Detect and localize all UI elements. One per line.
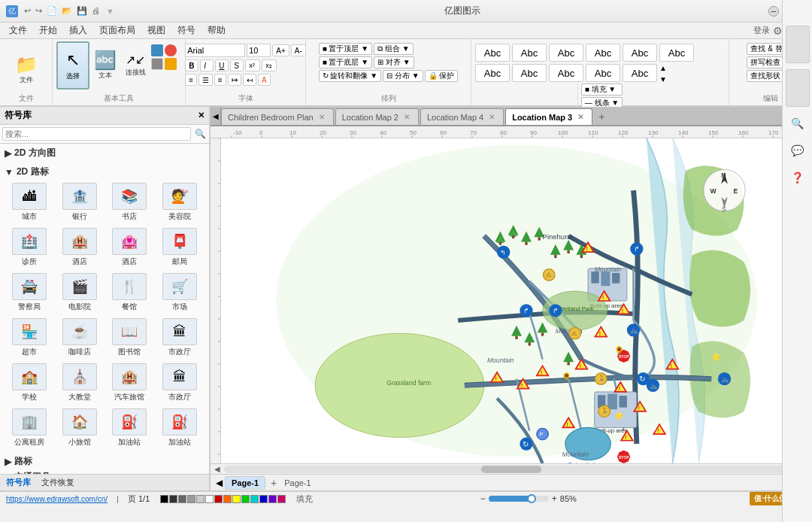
style-2[interactable]: Abc <box>512 44 547 62</box>
color-btn-3[interactable] <box>151 58 163 70</box>
layer-btn[interactable]: ■ 置于顶层 ▼ <box>319 43 373 55</box>
panel-thumbnail-1[interactable] <box>786 26 810 63</box>
sidebar-tab-file[interactable]: 文件恢复 <box>38 475 77 490</box>
list-item[interactable]: 🏠 小旅馆 <box>56 408 104 448</box>
scroll-thumb-h[interactable] <box>481 466 541 473</box>
customize-arrow[interactable]: ▼ <box>106 7 114 16</box>
font-name-input[interactable] <box>185 44 245 57</box>
style-10[interactable]: Abc <box>586 64 620 82</box>
list-item[interactable]: ⛽ 加油站 <box>156 408 204 448</box>
panel-thumbnail-2[interactable] <box>786 69 810 107</box>
tab-scroll-left[interactable]: ◀ <box>211 107 221 125</box>
menu-insert[interactable]: 插入 <box>63 23 93 38</box>
color-yellow[interactable] <box>232 495 241 503</box>
list-item[interactable]: 🏛 市政厅 <box>156 363 204 402</box>
list-item[interactable]: 🏨 汽车旅馆 <box>106 363 153 402</box>
style-4[interactable]: Abc <box>586 44 620 62</box>
sidebar-tab-symbol[interactable]: 符号库 <box>3 475 34 490</box>
align-btn[interactable]: ⊞ 对齐 ▼ <box>374 56 414 68</box>
list-item[interactable]: ⛪ 大教堂 <box>56 363 104 402</box>
color-orange[interactable] <box>223 495 232 503</box>
color-dark[interactable] <box>169 495 177 503</box>
indent-btn[interactable]: ↦ <box>228 74 241 86</box>
list-item[interactable]: 🏙 城市 <box>6 183 53 222</box>
panel-search-btn[interactable]: 🔍 <box>786 111 810 135</box>
list-item[interactable]: 🏫 学校 <box>6 363 53 402</box>
login-btn[interactable]: 登录 <box>753 25 770 36</box>
style-5[interactable]: Abc <box>623 44 657 62</box>
file-btn[interactable]: 📁 文件 <box>12 45 41 90</box>
add-page-btn[interactable]: + <box>268 477 280 489</box>
zoom-in-btn[interactable]: + <box>552 493 557 504</box>
list-item[interactable]: 🏩 酒店 <box>106 228 153 267</box>
style-9[interactable]: Abc <box>549 64 583 82</box>
menu-start[interactable]: 开始 <box>33 23 63 38</box>
list-item[interactable]: 📖 图书馆 <box>106 318 153 357</box>
list-item[interactable]: 🎬 电影院 <box>56 273 104 312</box>
style-7[interactable]: Abc <box>475 64 510 82</box>
panel-comment-btn[interactable]: 💬 <box>786 138 810 162</box>
color-btn-4[interactable] <box>165 58 177 70</box>
color-btn-1[interactable] <box>151 44 163 56</box>
sublayer-btn[interactable]: ■ 置于底层 ▼ <box>319 56 373 68</box>
color-btn-2[interactable] <box>165 44 177 56</box>
zoom-slider-thumb[interactable] <box>527 494 536 503</box>
text-btn[interactable]: 🔤 文本 <box>91 41 120 90</box>
distribute-btn[interactable]: ⊟ 分布 ▼ <box>383 70 423 82</box>
style-11[interactable]: Abc <box>623 64 657 82</box>
menu-help[interactable]: 帮助 <box>201 23 232 38</box>
color-cyan[interactable] <box>250 495 259 503</box>
list-item[interactable]: 🏦 银行 <box>56 183 104 222</box>
zoom-out-btn[interactable]: − <box>480 493 486 504</box>
list-item[interactable]: 💇 美容院 <box>156 183 204 222</box>
color-black[interactable] <box>160 495 168 503</box>
color-lighter[interactable] <box>196 495 205 503</box>
fill-btn[interactable]: ■ 填充 ▼ <box>581 83 623 96</box>
sidebar-search-btn[interactable]: 🔍 <box>193 127 207 141</box>
italic-btn[interactable]: I <box>200 59 214 71</box>
color-light-gray[interactable] <box>187 495 195 503</box>
font-decrease-btn[interactable]: A- <box>291 44 306 56</box>
color-green[interactable] <box>241 495 250 503</box>
list-item[interactable]: ☕ 咖啡店 <box>56 318 104 357</box>
menu-symbol[interactable]: 符号 <box>171 23 201 38</box>
color-gray[interactable] <box>178 495 186 503</box>
list-item[interactable]: 📚 书店 <box>106 183 153 222</box>
sidebar-section-road-header[interactable]: ▶ 路标 <box>0 454 209 469</box>
page-tab-1[interactable]: Page-1 <box>225 476 265 490</box>
tab-location-map-3[interactable]: Location Map 3 ✕ <box>505 108 592 125</box>
list-item[interactable]: 🛒 市场 <box>156 273 204 312</box>
color-red[interactable] <box>214 495 223 503</box>
style-8[interactable]: Abc <box>512 64 547 82</box>
open-btn[interactable]: 📂 <box>60 6 74 16</box>
list-item[interactable]: 🍴 餐馆 <box>106 273 153 312</box>
connect-btn[interactable]: ↗↙ 连接线 <box>121 41 150 90</box>
sidebar-close-icon[interactable]: ✕ <box>198 111 205 120</box>
align-justify-btn[interactable]: ≡ <box>214 74 226 86</box>
list-item[interactable]: 🏥 诊所 <box>6 228 53 267</box>
align-left-btn[interactable]: ≡ <box>185 74 197 86</box>
underline-btn[interactable]: U <box>215 59 229 71</box>
minimize-btn[interactable]: ─ <box>768 6 779 17</box>
subscript-btn[interactable]: x₂ <box>262 59 277 71</box>
list-item[interactable]: 📮 邮局 <box>156 228 204 267</box>
style-1[interactable]: Abc <box>475 44 510 62</box>
new-tab-btn[interactable]: + <box>594 108 609 125</box>
outdent-btn[interactable]: ↤ <box>243 74 256 86</box>
scroll-left-btn[interactable]: ◀ <box>212 464 223 475</box>
sidebar-section-2d-direction-header[interactable]: ▶ 2D 方向图 <box>0 145 209 161</box>
redo-btn[interactable]: ↪ <box>34 6 44 16</box>
list-item[interactable]: 🏢 公寓租房 <box>6 408 53 448</box>
sidebar-search-input[interactable] <box>2 127 191 141</box>
list-item[interactable]: 🏪 超市 <box>6 318 53 357</box>
lock-btn[interactable]: 🔒 保护 <box>425 70 459 82</box>
print-btn[interactable]: 🖨 <box>90 6 102 16</box>
font-color-btn[interactable]: A <box>258 74 271 86</box>
tab-close-2[interactable]: ✕ <box>486 112 497 123</box>
style-3[interactable]: Abc <box>549 44 583 62</box>
color-purple[interactable] <box>268 495 277 503</box>
horizontal-scrollbar[interactable]: ◀ ▶ <box>211 463 812 474</box>
menu-file[interactable]: 文件 <box>3 23 33 38</box>
color-white[interactable] <box>205 495 214 503</box>
list-item[interactable]: 🏨 酒店 <box>56 228 104 267</box>
